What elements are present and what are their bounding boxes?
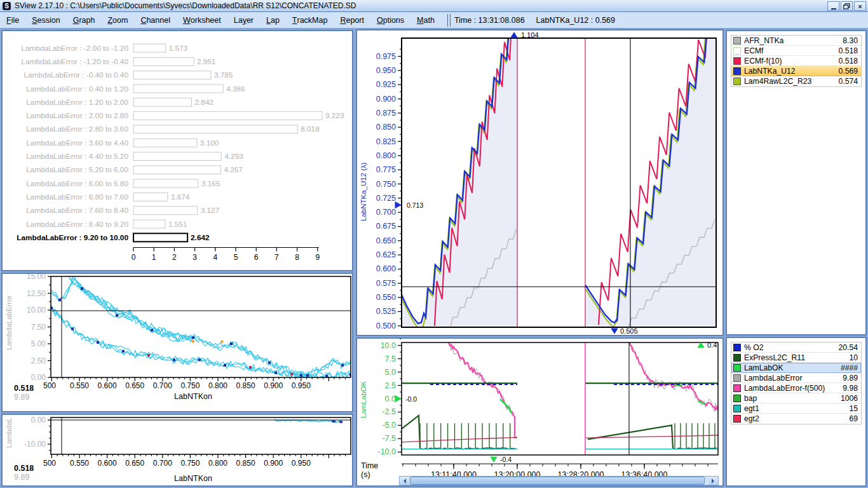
- legend-row[interactable]: LambdaLabError9.89: [731, 373, 861, 383]
- histogram-axis-tick: 2: [172, 253, 177, 262]
- main-ytick: 0.825: [376, 137, 396, 146]
- scatter-point: [249, 366, 252, 369]
- histogram-bar-value: 9.223: [325, 111, 344, 120]
- main-ytick: 0.925: [376, 80, 396, 89]
- miniplot-xtick: 0.800: [208, 459, 227, 468]
- menu-item-file[interactable]: File: [0, 12, 25, 28]
- legend-row[interactable]: LamLabOK####: [731, 363, 861, 373]
- legend-row[interactable]: egt115: [731, 403, 861, 414]
- miniplot-xtick: 0.550: [70, 459, 89, 468]
- scroll-left-arrow[interactable]: [400, 477, 409, 485]
- histogram-bar-value: 1.551: [168, 220, 187, 229]
- legend-row[interactable]: ECMf0.518: [731, 46, 861, 56]
- scatter-point: [151, 329, 153, 332]
- trace-lambdalaberror: [629, 343, 718, 411]
- status-time: Time : 13:31:08.086: [454, 16, 525, 25]
- channel-name: Lam4RawL2C_R23: [744, 77, 839, 86]
- time-axis-label: Time: [361, 461, 378, 470]
- channel-color-swatch: [733, 78, 741, 85]
- menu-item-graph[interactable]: Graph: [67, 12, 102, 28]
- channel-color-swatch: [733, 47, 741, 55]
- scatter-point: [192, 340, 194, 342]
- time-scrollbar[interactable]: [399, 476, 719, 485]
- scatter-ytick: 0.00: [31, 373, 46, 382]
- histogram-bin-label: LambdaLabError : 4.40 to 5.20: [26, 152, 128, 161]
- histogram-bar: [133, 44, 166, 52]
- histogram-bar-value: 2.842: [195, 98, 214, 107]
- menu-item-report[interactable]: Report: [334, 12, 370, 28]
- marker-min-arrow: [611, 329, 618, 334]
- legend-row[interactable]: % O220.54: [731, 342, 861, 353]
- channel-color-swatch: [733, 344, 741, 351]
- legend-row[interactable]: Lam4RawL2C_R230.574: [731, 76, 861, 86]
- legend-row[interactable]: ExPressL2C_R1110: [731, 353, 861, 363]
- channel-name: ECMf-f(10): [744, 57, 839, 65]
- scroll-right-arrow[interactable]: [709, 477, 718, 485]
- histogram-bar: [133, 71, 211, 79]
- miniplot-svg[interactable]: 0.00-10.005000.5500.6000.6500.7000.7500.…: [3, 415, 352, 485]
- histogram-bar: [133, 220, 165, 228]
- histogram-bar: [133, 193, 168, 201]
- legend-row[interactable]: bap1006: [731, 393, 861, 403]
- scatter-point: [300, 374, 302, 377]
- menu-item-lap[interactable]: Lap: [260, 12, 286, 28]
- menu-item-options[interactable]: Options: [370, 12, 410, 28]
- scatter-xtick: 0.900: [264, 381, 283, 390]
- marker-top-arrow: [698, 342, 704, 348]
- main-ytick: 0.675: [376, 222, 396, 231]
- channel-color-swatch: [733, 395, 741, 402]
- menu-item-trackmap[interactable]: TrackMap: [286, 12, 334, 28]
- histogram-bin-label: LambdaLabError : 2.00 to 2.80: [26, 111, 128, 120]
- histogram-bar-value: 3.165: [201, 179, 220, 188]
- histogram-bin-label: LambdaLabError : 3.60 to 4.40: [26, 139, 128, 147]
- minimize-button[interactable]: [827, 1, 839, 11]
- legend-row[interactable]: AFR_NTKa8.30: [731, 36, 861, 46]
- menu-item-channel[interactable]: Channel: [134, 12, 177, 28]
- scatter-ytick: 2.50: [31, 356, 46, 365]
- legend-row[interactable]: egt269: [731, 414, 861, 424]
- menu-item-layer[interactable]: Layer: [227, 12, 260, 28]
- menu-item-worksheet[interactable]: Worksheet: [177, 12, 227, 28]
- legend-row[interactable]: LabNTKa_U120.569: [731, 66, 861, 76]
- miniplot-panel: 0.00-10.005000.5500.6000.6500.7000.7500.…: [1, 414, 353, 487]
- histogram-bar: [133, 98, 192, 106]
- scatter-point: [341, 364, 344, 367]
- main-ytick: 0.600: [376, 264, 396, 273]
- menu-item-zoom[interactable]: Zoom: [101, 12, 134, 28]
- status-channel: LabNTKa_U12 : 0.569: [536, 16, 615, 25]
- channel-name: bap: [744, 394, 841, 403]
- main-chart-svg[interactable]: 0.9750.9500.9250.9000.8750.8500.8250.800…: [357, 30, 722, 335]
- main-ytick: 0.500: [376, 322, 396, 330]
- channel-value: 9.89: [843, 374, 861, 383]
- channel-name: ExPressL2C_R11: [744, 353, 849, 362]
- channel-value: 10: [849, 353, 861, 362]
- legend-row[interactable]: ECMf-f(10)0.518: [731, 56, 861, 66]
- scatter-svg[interactable]: 15.0012.5010.007.505.002.500.005000.5500…: [3, 274, 352, 411]
- histogram-svg[interactable]: LambdaLabError : -2.00 to -1.201.573Lamb…: [3, 31, 352, 270]
- scrollbar-thumb[interactable]: [410, 477, 705, 485]
- legend-row[interactable]: LambdaLabError-f(500)9.98: [731, 383, 861, 393]
- scatter-panel: 15.0012.5010.007.505.002.500.005000.5500…: [1, 273, 353, 412]
- channel-color-swatch: [733, 37, 741, 44]
- histogram-bar-value: 1.674: [171, 193, 190, 201]
- close-button[interactable]: ×: [854, 1, 866, 11]
- miniplot-xtick: 0.950: [292, 459, 311, 468]
- histogram-axis-tick: 7: [275, 253, 279, 262]
- menu-item-session[interactable]: Session: [25, 12, 66, 28]
- histogram-bar-value: 3.127: [201, 206, 220, 215]
- scatter-ytick: 15.00: [27, 274, 46, 281]
- scatter-point: [198, 358, 201, 361]
- channel-value: 0.569: [839, 67, 862, 76]
- histogram-bar-value: 4.267: [224, 165, 243, 174]
- scrollbar-track[interactable]: [409, 477, 709, 485]
- bottom-ytick: 7.5: [385, 355, 396, 363]
- channel-color-swatch: [733, 364, 741, 372]
- left-arrow-icon: [401, 478, 406, 484]
- main-chart-panel: 0.9750.9500.9250.9000.8750.8500.8250.800…: [356, 29, 724, 336]
- scatter-trace: [69, 276, 193, 339]
- menu-item-math[interactable]: Math: [410, 12, 441, 28]
- main-ytick: 0.725: [376, 194, 396, 203]
- bottom-chart-svg[interactable]: 10.07.55.02.50.0-2.5-5.0-7.5-10.0LamLabO…: [357, 339, 722, 485]
- channel-color-swatch: [733, 374, 741, 382]
- restore-button[interactable]: [841, 1, 853, 11]
